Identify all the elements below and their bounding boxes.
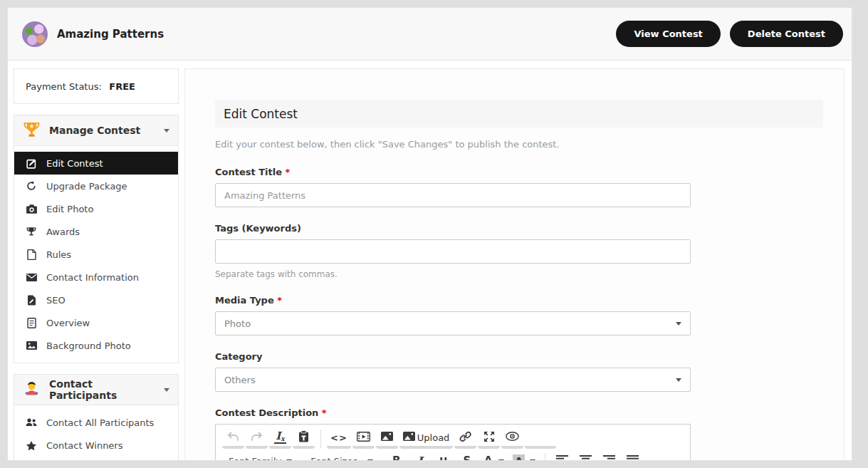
sidebar-section-contact-participants[interactable]: Contact Participants — [14, 374, 179, 405]
strikethrough-button[interactable]: S — [456, 452, 478, 461]
underline-button[interactable]: U — [432, 452, 454, 461]
trophy-icon — [26, 227, 37, 236]
contact-participants-menu: Contact All Participants Contact Winners — [14, 405, 179, 461]
sidebar-section-manage-contest[interactable]: Manage Contest — [14, 115, 179, 146]
upload-image-button[interactable]: Upload — [399, 429, 454, 449]
font-sizes-dropdown[interactable]: Font Sizes — [304, 452, 380, 461]
sidebar-item-contact-winners[interactable]: Contact Winners — [14, 434, 178, 457]
align-center-button[interactable] — [575, 452, 597, 461]
preview-eye-icon — [506, 432, 519, 443]
page-title-bar: Edit Contest — [215, 100, 823, 128]
chevron-down-icon — [498, 459, 504, 462]
paste-as-text-button[interactable] — [293, 429, 315, 449]
source-code-button[interactable]: <> — [327, 429, 351, 449]
document-edit-icon — [26, 295, 37, 306]
align-left-icon — [556, 455, 568, 461]
page-subtitle: Edit your contest below, then click "Sav… — [215, 139, 823, 150]
undo-icon — [227, 432, 239, 444]
fullscreen-icon — [483, 431, 495, 444]
paste-text-icon — [298, 430, 309, 444]
bold-icon: B — [392, 454, 400, 461]
align-left-button[interactable] — [551, 452, 573, 461]
source-code-icon: <> — [330, 432, 347, 443]
chevron-down-icon — [367, 459, 373, 462]
view-contest-button[interactable]: View Contest — [616, 21, 720, 47]
preview-button[interactable] — [501, 429, 523, 449]
insert-link-button[interactable] — [454, 429, 476, 449]
clear-formatting-icon: Ix — [274, 431, 286, 444]
delete-contest-button[interactable]: Delete Contest — [730, 21, 843, 47]
camera-icon — [26, 204, 37, 214]
bold-button[interactable]: B — [385, 452, 407, 461]
editor-toolbar-row-2: Font Family Font Sizes B I — [216, 450, 690, 461]
trophy-emoji-icon — [23, 121, 41, 140]
chevron-down-icon — [164, 388, 169, 392]
contest-avatar — [22, 21, 48, 47]
justify-button[interactable] — [622, 452, 644, 461]
header: Amazing Patterns View Contest Delete Con… — [8, 8, 852, 61]
toolbar-separator — [320, 430, 321, 448]
fullscreen-button[interactable] — [478, 429, 500, 449]
align-right-icon — [603, 455, 615, 461]
sidebar-item-seo[interactable]: SEO — [14, 288, 178, 311]
redo-button[interactable] — [246, 429, 268, 449]
payment-status-card: Payment Status: FREE — [14, 68, 179, 104]
required-asterisk: * — [322, 407, 327, 418]
description-rich-text-editor[interactable]: Ix <> — [215, 424, 691, 461]
required-asterisk: * — [277, 295, 282, 306]
person-group-emoji-icon — [23, 380, 41, 399]
sidebar-item-upgrade-package[interactable]: Upgrade Package — [14, 175, 178, 197]
redo-icon — [251, 432, 263, 444]
contest-description-label: Contest Description * — [215, 407, 691, 418]
align-right-button[interactable] — [598, 452, 620, 461]
sidebar: Payment Status: FREE Manage Contest — [14, 68, 179, 461]
sidebar-item-edit-contest[interactable]: Edit Contest — [14, 152, 178, 175]
insert-image-button[interactable] — [376, 429, 398, 449]
payment-status-value: FREE — [109, 81, 135, 92]
toolbar-spacer-button[interactable] — [525, 429, 556, 449]
header-actions: View Contest Delete Contest — [616, 21, 843, 47]
sidebar-section-label: Manage Contest — [49, 125, 140, 136]
align-center-icon — [580, 455, 592, 461]
sidebar-item-awards[interactable]: Awards — [14, 220, 178, 243]
justify-icon — [627, 455, 639, 461]
edit-icon — [26, 158, 37, 169]
tags-input[interactable] — [215, 239, 691, 264]
sidebar-item-contact-all-participants[interactable]: Contact All Participants — [14, 411, 178, 434]
manage-contest-menu: Edit Contest Upgrade Package Edit Photo — [14, 146, 179, 363]
clear-formatting-button[interactable]: Ix — [269, 429, 291, 449]
undo-button[interactable] — [222, 429, 244, 449]
edit-contest-form: Contest Title * Tags (Keywords) Separate… — [215, 167, 691, 461]
refresh-icon — [26, 181, 37, 191]
italic-icon: I — [417, 454, 422, 462]
text-color-icon: A — [483, 454, 493, 461]
sidebar-item-edit-photo[interactable]: Edit Photo — [14, 197, 178, 220]
media-icon — [357, 432, 370, 444]
chevron-down-icon — [676, 322, 681, 326]
upload-label: Upload — [417, 432, 450, 443]
tags-helper-text: Separate tags with commas. — [215, 269, 691, 279]
contest-title-label: Contest Title * — [215, 167, 691, 177]
sidebar-item-background-photo[interactable]: Background Photo — [14, 334, 178, 357]
sidebar-item-rules[interactable]: Rules — [14, 243, 178, 266]
category-select[interactable]: Others — [215, 368, 691, 392]
underline-icon: U — [439, 455, 447, 461]
media-type-label: Media Type * — [215, 295, 691, 306]
background-color-button[interactable]: A — [509, 452, 539, 461]
chevron-down-icon — [164, 129, 169, 132]
document-lines-icon — [26, 318, 37, 328]
sidebar-item-contact-information[interactable]: Contact Information — [14, 266, 178, 288]
text-color-button[interactable]: A — [479, 452, 508, 461]
contest-title-input[interactable] — [215, 183, 691, 207]
italic-button[interactable]: I — [409, 452, 431, 461]
tags-label: Tags (Keywords) — [215, 223, 691, 234]
sidebar-item-overview[interactable]: Overview — [14, 311, 178, 334]
chevron-down-icon — [286, 459, 292, 462]
insert-media-button[interactable] — [352, 429, 375, 449]
contest-title-heading: Amazing Patterns — [57, 28, 164, 41]
insert-image-icon — [403, 432, 415, 443]
media-type-select[interactable]: Photo — [215, 311, 691, 336]
page-title: Edit Contest — [224, 107, 298, 121]
font-family-dropdown[interactable]: Font Family — [222, 452, 298, 461]
editor-toolbar-row-1: Ix <> — [216, 425, 690, 450]
